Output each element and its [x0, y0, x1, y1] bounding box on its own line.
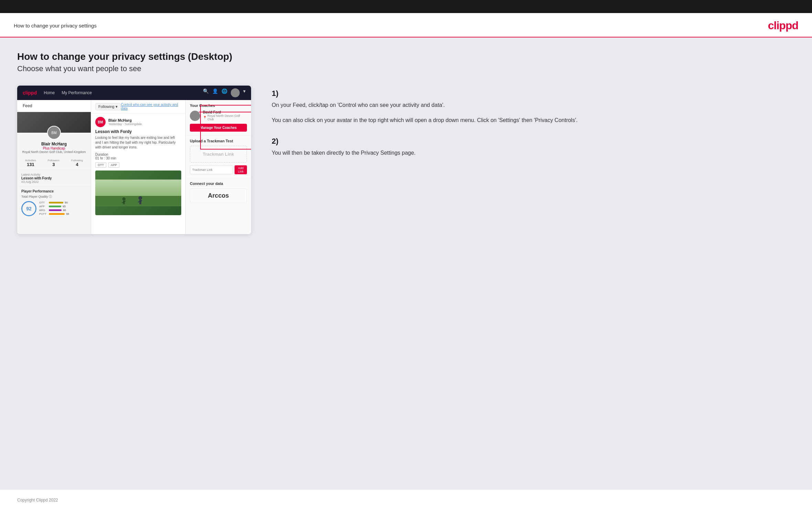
svg-point-5 [139, 196, 142, 200]
stat-followers-value: 3 [48, 162, 59, 167]
nav-item-home[interactable]: Home [44, 90, 55, 95]
post-body: Looking to feel like my hands are exitin… [95, 135, 181, 150]
profile-handicap: Plus Handicap [21, 146, 87, 150]
connect-data-section: Connect your data Arccos [186, 178, 251, 207]
following-label: Following [98, 104, 114, 109]
tpq-circle: 92 [21, 201, 36, 216]
post-tags: OTT APP [95, 162, 181, 168]
latest-activity-label: Latest Activity [21, 173, 87, 176]
player-performance: Player Performance Total Player Quality … [17, 186, 91, 219]
chevron-down-icon: ▾ [243, 88, 246, 97]
footer-copyright: Copyright Clippd 2022 [17, 498, 58, 503]
trackman-input-row: Add Link [190, 165, 247, 174]
stat-activities-value: 131 [25, 162, 36, 167]
chevron-down-icon: ▾ [116, 104, 118, 109]
post-tag-app: APP [108, 162, 119, 168]
feed-post: BM Blair McHarg Yesterday · Sunningdale … [91, 113, 185, 219]
tpq-label: Total Player Quality ⓘ [21, 195, 87, 199]
profile-info: Blair McHarg Plus Handicap Royal North D… [17, 140, 91, 156]
tpq-bar-app: APP 85 [39, 205, 87, 208]
add-link-button[interactable]: Add Link [235, 165, 247, 174]
post-author-avatar: BM [95, 117, 106, 127]
profile-club: Royal North Devon Golf Club, United King… [21, 150, 87, 154]
connect-title: Connect your data [190, 181, 247, 186]
arccos-logo: Arccos [190, 188, 247, 203]
top-bar [0, 0, 812, 13]
feed-header: Following ▾ Control who can see your act… [91, 100, 185, 113]
duration-value: 01 hr : 30 min [95, 156, 116, 160]
nav-icons: 🔍 👤 🌐 ▾ [203, 88, 246, 97]
app-feed: Following ▾ Control who can see your act… [91, 100, 186, 234]
instructions-panel: 1) On your Feed, click/tap on 'Control w… [265, 86, 795, 170]
post-author-info: Blair McHarg Yesterday · Sunningdale [108, 118, 142, 126]
post-duration: Duration 01 hr : 30 min [95, 153, 181, 160]
stat-activities: Activities 131 [25, 159, 36, 167]
stat-following: Following 4 [71, 159, 83, 167]
user-icon[interactable]: 👤 [212, 88, 218, 97]
app-nav: clippd Home My Performance 🔍 👤 🌐 ▾ [17, 86, 251, 100]
post-author-row: BM Blair McHarg Yesterday · Sunningdale [95, 117, 181, 127]
page-breadcrumb: How to change your privacy settings [14, 23, 97, 29]
tpq-bar-arg: ARG 86 [39, 209, 87, 212]
content-row: clippd Home My Performance 🔍 👤 🌐 ▾ Feed [17, 86, 795, 234]
profile-name: Blair McHarg [21, 142, 87, 146]
latest-activity-name: Lesson with Fordy [21, 176, 87, 180]
nav-item-performance[interactable]: My Performance [62, 90, 92, 95]
red-arrow-line [199, 112, 251, 112]
profile-avatar-wrap: BM [17, 126, 91, 140]
app-sidebar: Feed BM Blair McHarg Plus Handicap Royal… [17, 100, 91, 234]
trackman-input[interactable] [190, 165, 233, 174]
tpq-bar-putt: PUTT 96 [39, 212, 87, 216]
control-privacy-link[interactable]: Control who can see your activity and da… [121, 103, 181, 110]
svg-rect-1 [95, 196, 181, 206]
step2-text: You will then be taken directly to the P… [272, 148, 795, 157]
step1-text-a: On your Feed, click/tap on 'Control who … [272, 101, 795, 110]
step1-text-b: You can also click on your avatar in the… [272, 116, 795, 125]
stat-followers: Followers 3 [48, 159, 59, 167]
post-tag-ott: OTT [95, 162, 106, 168]
page-title: How to change your privacy settings (Des… [17, 51, 795, 62]
post-author-location: Yesterday · Sunningdale [108, 122, 142, 126]
tpq-bar-ott: OTT 90 [39, 201, 87, 204]
latest-activity-date: 03 Aug 2022 [21, 180, 87, 184]
instruction-step-1: 1) On your Feed, click/tap on 'Control w… [272, 89, 795, 124]
tpq-bars: OTT 90 APP 85 ARG [39, 201, 87, 216]
svg-rect-6 [139, 200, 141, 204]
golf-image-svg [95, 170, 181, 215]
player-performance-title: Player Performance [21, 189, 87, 193]
post-title: Lesson with Fordy [95, 129, 181, 134]
main-content: How to change your privacy settings (Des… [0, 37, 812, 489]
site-footer: Copyright Clippd 2022 [0, 489, 812, 507]
app-screenshot: clippd Home My Performance 🔍 👤 🌐 ▾ Feed [17, 86, 251, 234]
stat-following-value: 4 [71, 162, 83, 167]
search-icon[interactable]: 🔍 [203, 88, 209, 97]
svg-point-2 [122, 197, 126, 201]
feed-tab[interactable]: Feed [17, 100, 91, 112]
instruction-step-2: 2) You will then be taken directly to th… [272, 137, 795, 157]
nav-avatar[interactable] [231, 88, 240, 97]
step2-number: 2) [272, 137, 795, 146]
step1-number: 1) [272, 89, 795, 98]
clippd-logo: clippd [768, 19, 798, 32]
post-author-name: Blair McHarg [108, 118, 142, 122]
post-image [95, 170, 181, 215]
stat-followers-label: Followers [48, 159, 59, 162]
stat-following-label: Following [71, 159, 83, 162]
tpq-row: 92 OTT 90 APP 85 [21, 201, 87, 216]
app-nav-logo: clippd [23, 90, 37, 96]
page-subtitle: Choose what you want people to see [17, 64, 795, 73]
following-button[interactable]: Following ▾ [95, 103, 121, 110]
latest-activity: Latest Activity Lesson with Fordy 03 Aug… [17, 170, 91, 186]
site-header: How to change your privacy settings clip… [0, 13, 812, 37]
duration-label: Duration [95, 153, 108, 156]
profile-stats: Activities 131 Followers 3 Following 4 [17, 156, 91, 170]
stat-activities-label: Activities [25, 159, 36, 162]
profile-avatar: BM [47, 126, 61, 140]
globe-icon[interactable]: 🌐 [221, 88, 227, 97]
